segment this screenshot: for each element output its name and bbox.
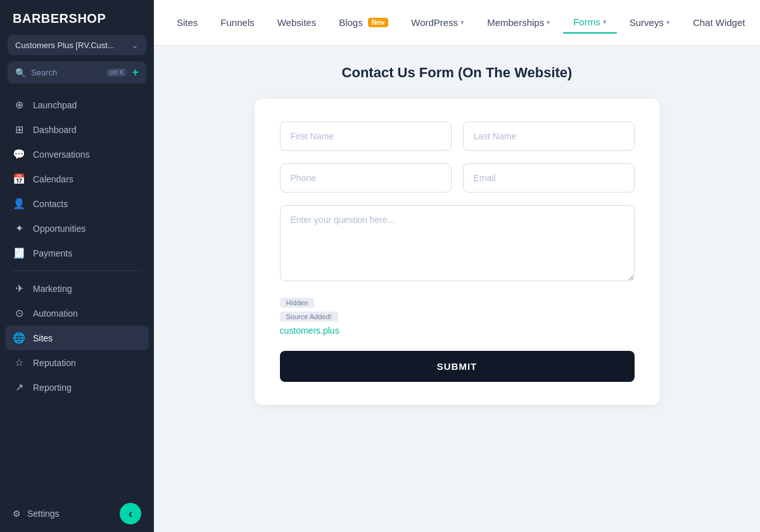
source-value: customers.plus: [280, 326, 635, 336]
topnav-chat-widget[interactable]: Chat Widget: [683, 12, 756, 33]
submit-button[interactable]: SUBMIT: [280, 351, 635, 382]
sidebar-item-label: Dashboard: [33, 125, 77, 135]
automation-icon: ⊙: [13, 307, 25, 319]
chevron-down-icon: ⌄: [131, 40, 139, 50]
search-placeholder: Search: [31, 68, 101, 77]
account-switcher[interactable]: Customers Plus [RV.Cust... ⌄: [8, 35, 146, 55]
new-badge: New: [368, 18, 389, 27]
chevron-down-icon: ▾: [547, 18, 550, 27]
topnav-label: Blogs: [339, 17, 363, 28]
opportunities-icon: ✦: [13, 222, 25, 234]
sidebar-item-label: Automation: [33, 308, 78, 319]
reputation-icon: ☆: [13, 357, 25, 369]
topnav-memberships[interactable]: Memberships ▾: [477, 12, 560, 33]
dashboard-icon: ⊞: [13, 124, 25, 136]
topnav-blogs[interactable]: Blogs New: [329, 12, 398, 33]
sidebar-item-label: Reputation: [33, 358, 76, 368]
chevron-down-icon: ▾: [666, 18, 670, 27]
sidebar-item-label: Calendars: [33, 174, 73, 184]
search-bar[interactable]: 🔍 Search ctrl K +: [8, 61, 146, 84]
hidden-section: Hidden Source Added! customers.plus: [280, 296, 635, 336]
payments-icon: 🧾: [13, 247, 25, 259]
sidebar-item-payments[interactable]: 🧾 Payments: [5, 241, 149, 265]
form-card: Hidden Source Added! customers.plus SUBM…: [255, 99, 660, 405]
topnav-label: WordPress: [411, 17, 458, 28]
topnav-sites[interactable]: Sites: [167, 12, 208, 33]
sidebar-item-reporting[interactable]: ↗ Reporting: [5, 375, 149, 400]
sidebar-item-automation[interactable]: ⊙ Automation: [5, 301, 149, 326]
chevron-down-icon: ▾: [603, 18, 607, 26]
sidebar-item-label: Conversations: [33, 149, 90, 160]
page-title: Contact Us Form (On The Website): [167, 65, 747, 81]
topnav-label: Websites: [277, 17, 316, 28]
form-row-contact: [280, 163, 635, 193]
phone-input[interactable]: [280, 163, 452, 193]
topnav-label: Forms: [573, 16, 600, 27]
sidebar-item-label: Opportunities: [33, 224, 86, 234]
source-badge: Source Added!: [280, 312, 338, 322]
topnav-websites[interactable]: Websites: [267, 12, 326, 33]
email-field: [463, 163, 635, 193]
sites-icon: 🌐: [13, 332, 25, 344]
first-name-input[interactable]: [280, 122, 452, 151]
sidebar-item-sites[interactable]: 🌐 Sites: [5, 326, 149, 350]
settings-icon: ⚙: [13, 509, 21, 519]
calendars-icon: 📅: [13, 173, 25, 185]
main-content: Sites Funnels Websites Blogs New WordPre…: [154, 0, 760, 532]
topnav-label: Chat Widget: [693, 17, 745, 28]
sidebar-item-contacts[interactable]: 👤 Contacts: [5, 191, 149, 216]
sidebar-item-launchpad[interactable]: ⊕ Launchpad: [5, 92, 149, 117]
sidebar-item-conversations[interactable]: 💬 Conversations: [5, 142, 149, 167]
search-shortcut: ctrl K: [106, 68, 127, 77]
topnav-forms[interactable]: Forms ▾: [563, 11, 617, 34]
add-icon[interactable]: +: [132, 66, 139, 79]
sidebar-item-marketing[interactable]: ✈ Marketing: [5, 276, 149, 301]
topnav-label: Surveys: [630, 17, 664, 28]
sidebar-item-reputation[interactable]: ☆ Reputation: [5, 350, 149, 375]
topnav-funnels[interactable]: Funnels: [210, 12, 264, 33]
hidden-badge: Hidden: [280, 298, 315, 308]
account-name: Customers Plus [RV.Cust...: [15, 41, 115, 50]
phone-field: [280, 163, 452, 193]
user-avatar[interactable]: ‹: [120, 503, 141, 524]
sidebar-item-settings[interactable]: ⚙ Settings: [13, 509, 60, 519]
form-row-name: [280, 122, 635, 151]
app-logo: BARBERSHOP: [0, 0, 154, 35]
topnav-label: Funnels: [220, 17, 254, 28]
first-name-field: [280, 122, 452, 151]
topnav-surveys[interactable]: Surveys ▾: [619, 12, 680, 33]
chevron-down-icon: ▾: [460, 18, 464, 27]
topnav-label: Memberships: [487, 17, 544, 28]
sidebar-item-opportunities[interactable]: ✦ Opportunities: [5, 216, 149, 241]
conversations-icon: 💬: [13, 148, 25, 160]
sidebar-nav: ⊕ Launchpad ⊞ Dashboard 💬 Conversations …: [0, 92, 154, 495]
topnav-wordpress[interactable]: WordPress ▾: [401, 12, 474, 33]
email-input[interactable]: [463, 163, 635, 193]
search-icon: 🔍: [15, 68, 26, 78]
contacts-icon: 👤: [13, 198, 25, 210]
sidebar-bottom: ⚙ Settings ‹: [0, 495, 154, 532]
sidebar-item-label: Reporting: [33, 383, 72, 393]
nav-divider: [13, 270, 141, 271]
marketing-icon: ✈: [13, 282, 25, 294]
reporting-icon: ↗: [13, 381, 25, 393]
sidebar-item-label: Contacts: [33, 199, 68, 209]
last-name-field: [463, 122, 635, 151]
sidebar-item-label: Sites: [33, 333, 53, 343]
settings-label: Settings: [27, 509, 60, 519]
last-name-input[interactable]: [463, 122, 635, 151]
sidebar-item-label: Payments: [33, 248, 72, 258]
sidebar-item-dashboard[interactable]: ⊞ Dashboard: [5, 117, 149, 142]
sidebar-item-calendars[interactable]: 📅 Calendars: [5, 167, 149, 191]
sidebar: BARBERSHOP Customers Plus [RV.Cust... ⌄ …: [0, 0, 154, 532]
sidebar-item-label: Launchpad: [33, 100, 77, 110]
top-nav: Sites Funnels Websites Blogs New WordPre…: [154, 0, 760, 46]
question-textarea[interactable]: [280, 205, 635, 281]
content-area: Contact Us Form (On The Website): [154, 46, 760, 532]
sidebar-item-label: Marketing: [33, 284, 72, 294]
launchpad-icon: ⊕: [13, 99, 25, 111]
topnav-label: Sites: [177, 17, 198, 28]
